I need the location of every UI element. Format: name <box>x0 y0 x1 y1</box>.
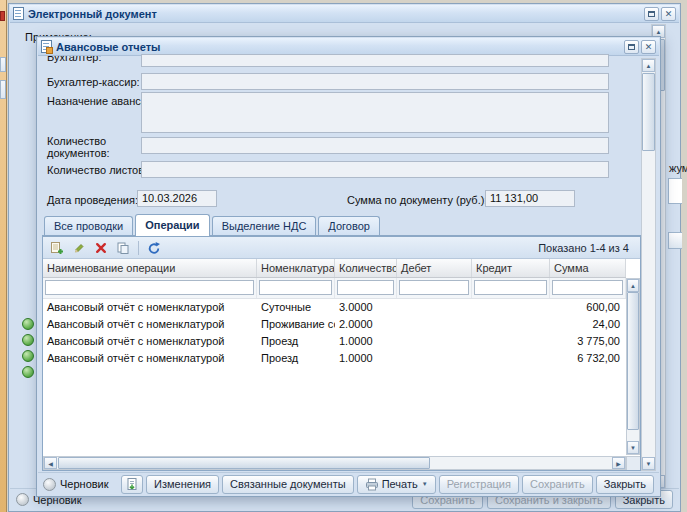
column-header-credit[interactable]: Кредит <box>472 259 550 277</box>
table-row[interactable]: Авансовый отчёт с номенклатурой Суточные… <box>43 299 626 316</box>
cell-quantity[interactable]: 2.0000 <box>335 316 397 333</box>
cell-debit[interactable] <box>397 350 472 367</box>
posting-date-field[interactable]: 10.03.2026 <box>137 190 217 207</box>
background-artifact-icon <box>0 11 5 21</box>
cell-operation[interactable]: Авансовый отчёт с номенклатурой <box>43 299 257 316</box>
doc-count-label: Количество документов: <box>47 135 121 159</box>
tab-contract[interactable]: Договор <box>318 216 380 235</box>
modal-title: Авансовые отчеты <box>56 41 160 53</box>
cell-nomenclature[interactable]: Суточные <box>257 299 335 316</box>
operations-panel: Показано 1-4 из 4 Наименование операции … <box>42 236 641 471</box>
cashier-field[interactable] <box>141 73 609 90</box>
cell-operation[interactable]: Авансовый отчёт с номенклатурой <box>43 316 257 333</box>
refresh-icon <box>147 241 161 255</box>
dialog-advance-reports: Авансовые отчеты ✕ ▲ ▼ Бухгалтер: Бухгал… <box>36 36 661 497</box>
sheet-count-field[interactable] <box>141 161 609 178</box>
draft-status-icon <box>16 493 29 506</box>
scrollbar-thumb[interactable] <box>58 457 430 469</box>
cell-sum[interactable]: 3 775,00 <box>550 333 626 350</box>
scroll-down-icon[interactable]: ▼ <box>642 457 655 470</box>
draft-status-icon <box>43 478 56 491</box>
cell-quantity[interactable]: 3.0000 <box>335 299 397 316</box>
cell-debit[interactable] <box>397 316 472 333</box>
scroll-right-icon[interactable]: ▶ <box>612 457 625 469</box>
cell-nomenclature[interactable]: Проезд <box>257 350 335 367</box>
clipped-field-label: Бухгалтер: <box>47 56 139 67</box>
scroll-down-icon[interactable]: ▼ <box>627 441 639 454</box>
cell-nomenclature[interactable]: Проживание со... <box>257 316 335 333</box>
copy-row-button[interactable] <box>114 239 132 257</box>
table-row[interactable]: Авансовый отчёт с номенклатурой Проезд 1… <box>43 350 626 367</box>
close-icon[interactable]: ✕ <box>641 40 656 54</box>
export-button[interactable] <box>121 475 143 494</box>
cell-credit[interactable] <box>472 350 550 367</box>
edit-row-button[interactable] <box>70 239 88 257</box>
save-button[interactable]: Сохранить <box>522 475 593 494</box>
filter-input-debit[interactable] <box>399 280 469 295</box>
maximize-icon[interactable] <box>624 40 639 54</box>
column-header-debit[interactable]: Дебет <box>397 259 472 277</box>
cell-debit[interactable] <box>397 299 472 316</box>
purpose-field[interactable] <box>141 92 609 133</box>
cell-quantity[interactable]: 1.0000 <box>335 350 397 367</box>
dropdown-caret-icon: ▼ <box>422 481 428 487</box>
background-window-sliver <box>0 80 6 99</box>
filter-input-operation[interactable] <box>45 280 254 295</box>
status-dot-icon <box>22 366 34 378</box>
maximize-icon[interactable] <box>644 7 659 21</box>
paging-status: Показано 1-4 из 4 <box>538 242 635 254</box>
scroll-up-icon[interactable]: ▲ <box>642 59 655 72</box>
registration-button[interactable]: Регистрация <box>439 475 519 494</box>
filter-input-sum[interactable] <box>552 280 623 295</box>
table-row[interactable]: Авансовый отчёт с номенклатурой Проезд 1… <box>43 333 626 350</box>
outer-window-title: Электронный документ <box>28 8 157 20</box>
doc-count-field[interactable] <box>141 137 609 154</box>
changes-button[interactable]: Изменения <box>146 475 219 494</box>
modal-footer: Черновик Изменения Связанные документы П… <box>38 472 659 495</box>
tab-operations[interactable]: Операции <box>135 214 209 236</box>
cell-operation[interactable]: Авансовый отчёт с номенклатурой <box>43 350 257 367</box>
cell-credit[interactable] <box>472 316 550 333</box>
status-dot-icon <box>22 318 34 330</box>
delete-row-button[interactable] <box>92 239 110 257</box>
cell-nomenclature[interactable]: Проезд <box>257 333 335 350</box>
table-row[interactable]: Авансовый отчёт с номенклатурой Проживан… <box>43 316 626 333</box>
close-button[interactable]: Закрыть <box>596 475 654 494</box>
cashier-label: Бухгалтер-кассир: <box>47 76 140 89</box>
grid-horizontal-scrollbar[interactable]: ◀ ▶ <box>43 456 626 470</box>
related-documents-button[interactable]: Связанные документы <box>222 475 354 494</box>
filter-input-nomenclature[interactable] <box>259 280 332 295</box>
scrollbar-thumb[interactable] <box>642 73 655 151</box>
modal-status-text: Черновик <box>60 478 109 490</box>
clipped-field[interactable] <box>141 54 609 67</box>
print-button[interactable]: Печать ▼ <box>357 475 436 494</box>
scroll-left-icon[interactable]: ◀ <box>44 457 57 469</box>
outer-window-titlebar[interactable]: Электронный документ ✕ <box>10 5 679 23</box>
scrollbar-thumb[interactable] <box>627 292 639 430</box>
document-icon <box>13 7 24 20</box>
document-sum-field[interactable]: 11 131,00 <box>485 190 575 207</box>
cell-credit[interactable] <box>472 333 550 350</box>
column-header-quantity[interactable]: Количество <box>335 259 397 277</box>
column-header-operation[interactable]: Наименование операции <box>43 259 257 277</box>
cell-operation[interactable]: Авансовый отчёт с номенклатурой <box>43 333 257 350</box>
cell-quantity[interactable]: 1.0000 <box>335 333 397 350</box>
cell-credit[interactable] <box>472 299 550 316</box>
close-icon[interactable]: ✕ <box>661 7 676 21</box>
filter-input-quantity[interactable] <box>337 280 394 295</box>
cell-debit[interactable] <box>397 333 472 350</box>
tab-vat-allocation[interactable]: Выделение НДС <box>212 216 317 235</box>
column-header-nomenclature[interactable]: Номенклатура <box>257 259 335 277</box>
filter-input-credit[interactable] <box>474 280 547 295</box>
column-header-sum[interactable]: Сумма <box>550 259 626 277</box>
refresh-button[interactable] <box>145 239 163 257</box>
cell-sum[interactable]: 24,00 <box>550 316 626 333</box>
cell-sum[interactable]: 600,00 <box>550 299 626 316</box>
modal-vertical-scrollbar[interactable]: ▲ ▼ <box>641 58 656 471</box>
scroll-up-icon[interactable]: ▲ <box>627 279 639 292</box>
add-row-button[interactable] <box>48 239 66 257</box>
grid-vertical-scrollbar[interactable]: ▲ ▼ <box>626 278 640 455</box>
cell-sum[interactable]: 6 732,00 <box>550 350 626 367</box>
tab-all-postings[interactable]: Все проводки <box>44 216 133 235</box>
posting-date-label: Дата проведения: <box>47 194 138 207</box>
